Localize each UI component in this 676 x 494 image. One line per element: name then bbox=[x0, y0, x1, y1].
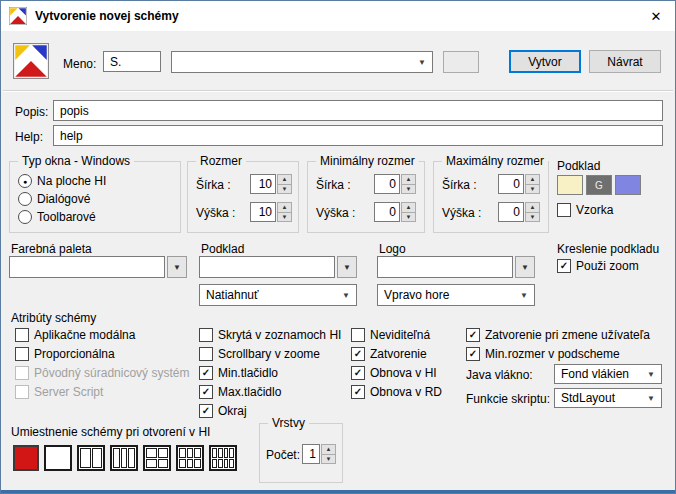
spin-down-button[interactable]: ▼ bbox=[321, 454, 336, 465]
radio-dot-icon bbox=[18, 192, 32, 206]
placement-icon-grid-4x2[interactable] bbox=[209, 445, 237, 471]
max-rozmer-group: Maximálny rozmer Šírka : 0 ▲ ▼ Výška : 0… bbox=[433, 161, 549, 233]
select-value: Fond vlákien bbox=[561, 367, 629, 381]
max-sirka-input[interactable]: 0 bbox=[498, 174, 524, 194]
logo-mode-select[interactable]: Vpravo hore ▼ bbox=[377, 284, 535, 306]
spin-down-button[interactable]: ▼ bbox=[525, 184, 540, 195]
checkbox-povodny-suradnicovy-system: Pôvodný súradnicový systém bbox=[15, 366, 189, 380]
checkbox-box: ✓ bbox=[199, 366, 213, 380]
checkbox-min-rozmer-v-podscheme[interactable]: ✓ Min.rozmer v podscheme bbox=[466, 347, 620, 361]
umiestnenie-title: Umiestnenie schémy pri otvorení v HI bbox=[11, 425, 210, 439]
checkbox-label: Aplikačne modálna bbox=[34, 328, 135, 342]
atributy-title: Atribúty schémy bbox=[11, 311, 96, 325]
up-icon: ▲ bbox=[282, 204, 288, 210]
popis-input[interactable]: popis bbox=[53, 100, 663, 121]
close-icon: ✕ bbox=[651, 9, 662, 24]
spin-down-button[interactable]: ▼ bbox=[277, 212, 292, 223]
placement-icon-single[interactable] bbox=[44, 445, 72, 471]
spin-down-button[interactable]: ▼ bbox=[277, 184, 292, 195]
java-vlakno-select[interactable]: Fond vlákien ▼ bbox=[554, 364, 662, 384]
checkbox-vzorka[interactable]: Vzorka bbox=[557, 203, 613, 217]
placement-icon-grid-2x2[interactable] bbox=[143, 445, 171, 471]
combo-field[interactable] bbox=[199, 256, 335, 278]
combo-dropdown-button[interactable]: ▼ bbox=[167, 256, 187, 278]
radio-na-ploche-hi[interactable]: ● Na ploche HI bbox=[18, 174, 106, 188]
checkbox-box bbox=[15, 328, 29, 342]
spin-down-button[interactable]: ▼ bbox=[401, 212, 416, 223]
combo-dropdown-button[interactable]: ▼ bbox=[515, 256, 535, 278]
spin-down-button[interactable]: ▼ bbox=[525, 212, 540, 223]
grid-cell bbox=[146, 459, 157, 469]
combo-field[interactable] bbox=[9, 256, 165, 278]
pocet-spinner: 1 ▲ ▼ bbox=[302, 444, 336, 464]
combo-dropdown-button[interactable]: ▼ bbox=[337, 256, 357, 278]
max-vyska-input[interactable]: 0 bbox=[498, 202, 524, 222]
meno-value: S. bbox=[110, 55, 121, 69]
down-icon: ▼ bbox=[282, 214, 288, 220]
grid-cell bbox=[121, 448, 128, 468]
podklad-mode-select[interactable]: Natiahnuť ▼ bbox=[199, 284, 357, 306]
radio-toolbarove[interactable]: Toolbarové bbox=[18, 210, 96, 224]
placement-selected-swatch[interactable] bbox=[13, 445, 39, 471]
grid-cell bbox=[80, 448, 91, 468]
sirka-input[interactable]: 10 bbox=[250, 174, 276, 194]
close-button[interactable]: ✕ bbox=[637, 1, 675, 31]
placement-icon-2-columns[interactable] bbox=[77, 445, 105, 471]
checkbox-skryta-v-zoznamoch-hi[interactable]: Skrytá v zoznamoch HI bbox=[199, 328, 341, 342]
checkbox-okraj[interactable]: ✓ Okraj bbox=[199, 404, 247, 418]
farebna-paleta-combobox[interactable]: ▼ bbox=[9, 256, 187, 278]
window-bottom-border bbox=[1, 490, 675, 493]
down-icon: ▼ bbox=[530, 214, 536, 220]
navrat-label: Návrat bbox=[607, 55, 642, 69]
checkbox-obnova-v-hi[interactable]: ✓ Obnova v HI bbox=[351, 366, 437, 380]
checkbox-box bbox=[15, 385, 29, 399]
pocet-input[interactable]: 1 bbox=[302, 444, 320, 464]
min-sirka-input[interactable]: 0 bbox=[374, 174, 400, 194]
vyska-input[interactable]: 10 bbox=[250, 202, 276, 222]
color-swatch-1[interactable] bbox=[557, 175, 583, 195]
checkbox-obnova-v-rd[interactable]: ✓ Obnova v RD bbox=[351, 385, 442, 399]
checkbox-max-tlacidlo[interactable]: ✓ Max.tlačidlo bbox=[199, 385, 281, 399]
combo-field[interactable] bbox=[377, 256, 513, 278]
checkbox-aplikacne-modalna[interactable]: Aplikačne modálna bbox=[15, 328, 135, 342]
grid-cell bbox=[218, 448, 223, 458]
radio-dialogove[interactable]: Dialógové bbox=[18, 192, 90, 206]
checkbox-zatvorenie[interactable]: ✓ Zatvorenie bbox=[351, 347, 427, 361]
radio-dot-icon: ● bbox=[18, 174, 32, 188]
funkcie-skriptu-label: Funkcie skriptu: bbox=[466, 392, 550, 406]
kreslenie-podkladu-label: Kreslenie podkladu bbox=[557, 242, 659, 256]
vytvor-button[interactable]: Vytvor bbox=[509, 50, 581, 73]
podklad-combobox[interactable]: ▼ bbox=[199, 256, 357, 278]
checkbox-label: Obnova v RD bbox=[370, 385, 442, 399]
min-vyska-input[interactable]: 0 bbox=[374, 202, 400, 222]
checkbox-min-tlacidlo[interactable]: ✓ Min.tlačidlo bbox=[199, 366, 278, 380]
meno-input[interactable]: S. bbox=[103, 51, 161, 72]
radio-label: Dialógové bbox=[37, 192, 90, 206]
color-swatch-3[interactable] bbox=[615, 175, 641, 195]
logo-combobox[interactable]: ▼ bbox=[377, 256, 535, 278]
placement-icon-3-columns[interactable] bbox=[110, 445, 138, 471]
min-rozmer-group: Minimálny rozmer Šírka : 0 ▲ ▼ Výška : 0… bbox=[307, 161, 425, 233]
checkbox-proporcionalna[interactable]: Proporcionálna bbox=[15, 347, 115, 361]
checkbox-server-script: Server Script bbox=[15, 385, 103, 399]
rozmer-title: Rozmer bbox=[196, 154, 246, 168]
placement-icon-grid-3x2[interactable] bbox=[176, 445, 204, 471]
checkbox-pouzi-zoom[interactable]: ✓ Použi zoom bbox=[557, 259, 639, 273]
funkcie-skriptu-select[interactable]: StdLayout ▼ bbox=[554, 388, 662, 408]
spin-down-button[interactable]: ▼ bbox=[401, 184, 416, 195]
grid-cell bbox=[187, 448, 194, 458]
grid-cell bbox=[128, 448, 135, 468]
titlebar: Vytvorenie novej schémy ✕ bbox=[1, 1, 675, 31]
checkbox-scrollbary-v-zoome[interactable]: Scrollbary v zoome bbox=[199, 347, 320, 361]
up-icon: ▲ bbox=[406, 176, 412, 182]
checkbox-box: ✓ bbox=[199, 385, 213, 399]
checkbox-label: Server Script bbox=[34, 385, 103, 399]
scheme-name-combobox[interactable]: ▼ bbox=[171, 51, 433, 73]
navrat-button[interactable]: Návrat bbox=[589, 50, 661, 73]
min-rozmer-title: Minimálny rozmer bbox=[316, 154, 419, 168]
checkbox-zatvorenie-pri-zmene-uzivatela[interactable]: ✓ Zatvorenie pri zmene užívateľa bbox=[466, 328, 650, 342]
checkbox-neviditelna[interactable]: Neviditeľná bbox=[351, 328, 430, 342]
color-swatch-g[interactable]: G bbox=[586, 175, 612, 195]
help-input[interactable]: help bbox=[53, 125, 663, 146]
grid-cell bbox=[146, 448, 157, 458]
